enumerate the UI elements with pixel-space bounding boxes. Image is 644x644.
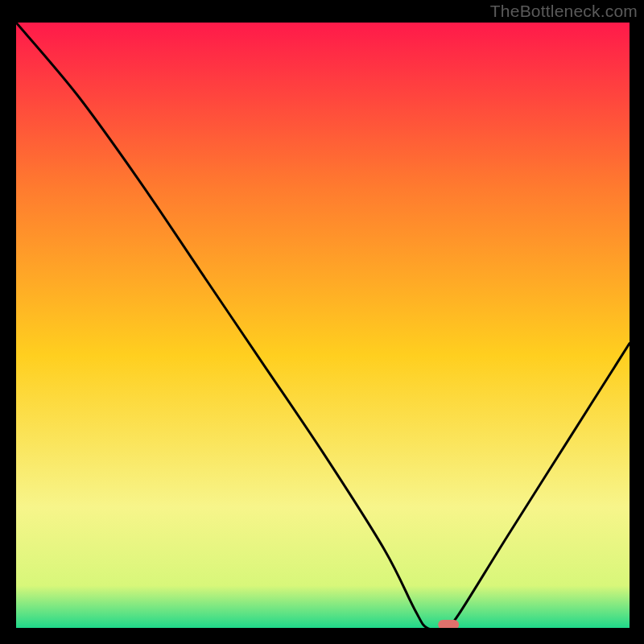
chart-container: TheBottleneck.com (0, 0, 644, 644)
bottleneck-chart (16, 23, 630, 628)
watermark-text: TheBottleneck.com (490, 2, 638, 21)
gradient-background (16, 23, 630, 628)
optimal-marker (438, 620, 459, 628)
